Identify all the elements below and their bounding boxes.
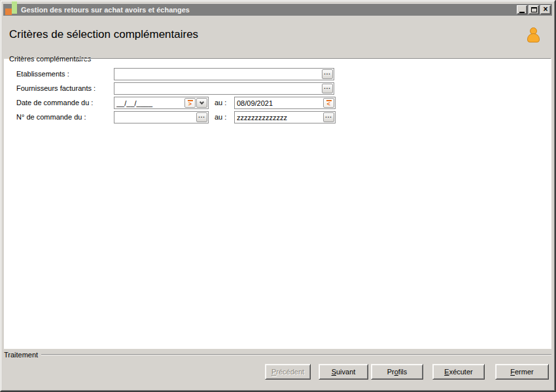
app-icon-orange-square (5, 8, 12, 15)
date-au-label: au : (215, 99, 226, 106)
fermer-button[interactable]: Fermer (495, 364, 549, 380)
date-from-dropdown-button[interactable] (196, 98, 207, 108)
ellipsis-icon: ... (325, 113, 332, 119)
ellipsis-icon: ... (198, 113, 205, 119)
date-commande-to-input[interactable] (235, 99, 322, 107)
window: Gestion des retours sur achat avoirs et … (0, 0, 556, 392)
num-commande-to-input[interactable] (235, 114, 322, 122)
date-commande-to-field: < (234, 97, 336, 109)
executer-button[interactable]: Exécuter (432, 364, 485, 380)
app-icon (5, 4, 18, 16)
user-icon[interactable] (526, 27, 540, 45)
suivant-button[interactable]: Suivant (319, 364, 368, 380)
chevron-right-icon: > (188, 102, 192, 106)
profils-button[interactable]: Profils (371, 364, 423, 380)
chevron-down-icon (200, 99, 204, 104)
num-commande-to-browse-button[interactable]: ... (323, 112, 334, 122)
window-title: Gestion des retours sur achat avoirs et … (21, 6, 515, 14)
user-icon-body (527, 33, 540, 42)
num-commande-from-field: ... (114, 111, 209, 123)
traitement-legend: Traitement (4, 351, 38, 359)
num-au-label: au : (215, 113, 226, 121)
close-icon: × (543, 6, 547, 12)
fournisseurs-browse-button[interactable]: ... (322, 84, 333, 93)
page-title: Critères de sélection complémentaires (9, 28, 198, 41)
date-commande-from-field: > (114, 97, 209, 109)
fournisseurs-input[interactable] (114, 85, 321, 93)
fournisseurs-label: Fournisseurs facturants : (16, 84, 96, 92)
traitement-group-line (41, 354, 551, 355)
minimize-icon (519, 12, 525, 13)
criteria-group-line (78, 58, 551, 59)
minimize-button[interactable] (517, 5, 527, 14)
close-button[interactable]: × (540, 5, 551, 14)
precedent-button: Précédent (265, 364, 311, 380)
ellipsis-icon: ... (324, 70, 331, 76)
app-icon-green-bar (12, 1, 17, 14)
num-commande-from-input[interactable] (114, 114, 196, 122)
fournisseurs-field: ... (114, 82, 334, 95)
etablissements-browse-button[interactable]: ... (322, 69, 333, 79)
num-commande-label: N° de commande du : (16, 113, 86, 121)
title-bar[interactable]: Gestion des retours sur achat avoirs et … (3, 4, 552, 16)
date-to-calendar-button[interactable]: < (323, 98, 334, 108)
ellipsis-icon: ... (324, 84, 331, 90)
etablissements-input[interactable] (114, 71, 321, 78)
date-commande-from-input[interactable] (114, 99, 184, 107)
maximize-icon (531, 7, 537, 12)
num-commande-to-field: ... (234, 111, 336, 123)
num-commande-from-browse-button[interactable]: ... (196, 112, 207, 122)
maximize-button[interactable] (529, 5, 539, 14)
window-controls: × (515, 5, 551, 14)
etablissements-field: ... (114, 68, 334, 80)
chevron-left-icon: < (327, 102, 330, 106)
etablissements-label: Etablissements : (16, 70, 69, 78)
date-commande-label: Date de commande du : (16, 99, 93, 106)
date-from-calendar-button[interactable]: > (184, 98, 196, 108)
